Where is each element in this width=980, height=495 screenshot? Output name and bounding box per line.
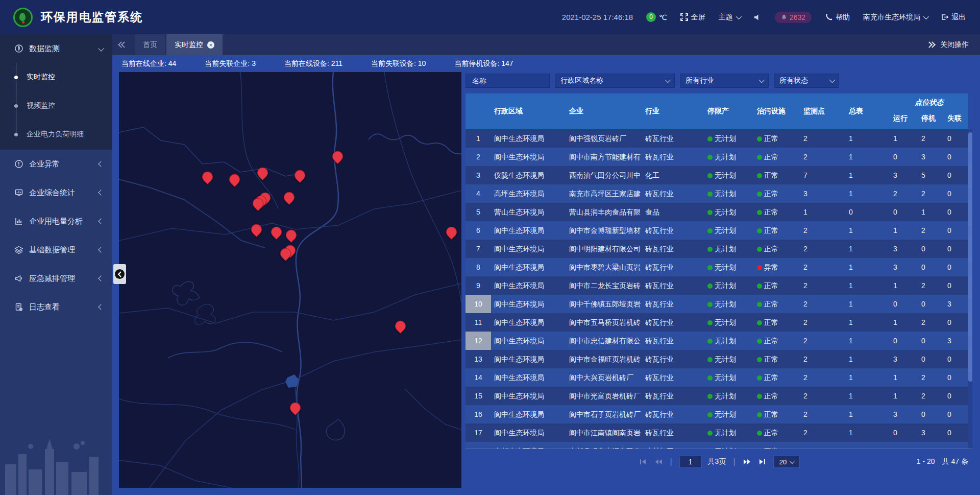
cell-meter-count: 1 bbox=[846, 350, 890, 368]
tab-bar: 首页 实时监控 × 关闭操作 bbox=[112, 34, 980, 55]
sound-button[interactable] bbox=[753, 13, 762, 21]
table-row[interactable]: 3 仪陇生态环境局 西南油气田分公司川中 化工 无计划 正常 7 1 3 5 0 bbox=[465, 166, 968, 184]
tabs-scroll-right-button[interactable] bbox=[927, 42, 933, 47]
status-dot-icon bbox=[707, 412, 713, 417]
table-row[interactable]: 18 南部生态环境局 南部县砚华水泥有限公 建材加工 无计划 正常 6 0 0 … bbox=[465, 442, 968, 449]
tab[interactable]: 实时监控 × bbox=[166, 34, 223, 55]
cell-company: 阆中市二龙长宝页岩砖 bbox=[566, 276, 642, 295]
name-search-field[interactable] bbox=[465, 74, 550, 88]
table-row[interactable]: 11 阆中生态环境局 阆中市五马桥页岩机砖 砖瓦行业 无计划 正常 2 1 1 … bbox=[465, 313, 968, 332]
prev-page-button[interactable] bbox=[653, 457, 663, 466]
map-pin-icon[interactable] bbox=[286, 230, 297, 241]
table-row[interactable]: 10 阆中生态环境局 阆中千佛镇五郎垭页岩 砖瓦行业 无计划 正常 2 1 0 … bbox=[465, 295, 968, 313]
cell-industry: 砖瓦行业 bbox=[642, 405, 704, 423]
fullscreen-label: 全屏 bbox=[691, 13, 705, 22]
cell-facility-status: 正常 bbox=[754, 442, 800, 449]
cell-index: 15 bbox=[465, 387, 491, 405]
table-row[interactable]: 1 阆中生态环境局 阆中强锐页岩砖厂 砖瓦行业 无计划 正常 2 1 1 2 0 bbox=[465, 129, 968, 148]
industry-select[interactable]: 所有行业 bbox=[680, 74, 769, 88]
alert-counter[interactable]: 2632 bbox=[775, 12, 812, 23]
table-row[interactable]: 2 阆中生态环境局 阆中市南方节能建材有 砖瓦行业 无计划 正常 2 1 0 3… bbox=[465, 148, 968, 166]
table-row[interactable]: 7 阆中生态环境局 阆中明阳建材有限公司 砖瓦行业 无计划 正常 2 1 3 0… bbox=[465, 240, 968, 258]
table-row[interactable]: 4 高坪生态环境局 南充市高坪区王家店建 砖瓦行业 无计划 正常 3 1 2 2… bbox=[465, 184, 968, 203]
sidebar-group-header[interactable]: 应急减排管理 bbox=[0, 264, 112, 293]
sidebar-group-header[interactable]: 企业综合统计 bbox=[0, 178, 112, 207]
theme-button[interactable]: 主题 bbox=[719, 13, 740, 22]
sidebar-group: 企业综合统计 bbox=[0, 178, 112, 207]
table-row[interactable]: 8 阆中生态环境局 阆中市枣碧大梁山页岩 砖瓦行业 无计划 异常 2 1 3 0… bbox=[465, 258, 968, 276]
cell-index: 12 bbox=[465, 332, 491, 350]
map-pin-icon[interactable] bbox=[253, 198, 264, 209]
status-dot-icon bbox=[707, 210, 713, 215]
region-select[interactable]: 行政区域名称 bbox=[555, 74, 675, 88]
chevron-icon bbox=[98, 247, 104, 252]
sidebar-sub-item[interactable]: 视频监控 bbox=[0, 91, 112, 120]
page-size-select[interactable]: 20 bbox=[773, 456, 800, 468]
table-row[interactable]: 15 阆中生态环境局 阆中市光富页岩机砖厂 砖瓦行业 无计划 正常 2 1 1 … bbox=[465, 387, 968, 405]
table-row[interactable]: 14 阆中生态环境局 阆中大兴页岩机砖厂 砖瓦行业 无计划 正常 2 1 1 2… bbox=[465, 368, 968, 387]
status-dot-icon bbox=[707, 339, 713, 344]
map-pin-icon[interactable] bbox=[295, 170, 306, 181]
map-canvas[interactable] bbox=[119, 72, 461, 488]
tab[interactable]: 首页 bbox=[135, 34, 165, 55]
stat-label: 当前在线设备: bbox=[284, 59, 329, 67]
help-button[interactable]: 帮助 bbox=[825, 13, 850, 22]
sidebar-sub-item[interactable]: 实时监控 bbox=[0, 63, 112, 91]
sidebar-group-header[interactable]: 企业用电量分析 bbox=[0, 207, 112, 235]
table-scrollbar[interactable] bbox=[968, 129, 972, 449]
table-row[interactable]: 16 阆中生态环境局 阆中市石子页岩机砖厂 砖瓦行业 无计划 正常 2 1 3 … bbox=[465, 405, 968, 423]
cell-index: 9 bbox=[465, 276, 491, 295]
close-operations-button[interactable]: 关闭操作 bbox=[940, 40, 969, 50]
table-row[interactable]: 12 阆中生态环境局 阆中市忠信建材有限公 砖瓦行业 无计划 正常 2 1 0 … bbox=[465, 332, 968, 350]
table-row[interactable]: 9 阆中生态环境局 阆中市二龙长宝页岩砖 砖瓦行业 无计划 正常 2 1 1 2… bbox=[465, 276, 968, 295]
map-pin-icon[interactable] bbox=[332, 151, 344, 162]
first-page-button[interactable] bbox=[638, 457, 647, 466]
last-page-button[interactable] bbox=[758, 457, 767, 466]
map-pin-icon[interactable] bbox=[271, 227, 282, 238]
table-row[interactable]: 6 阆中生态环境局 阆中市金博瑞新型墙材 砖瓦行业 无计划 正常 2 1 1 2… bbox=[465, 221, 968, 240]
cell-stop-status: 无计划 bbox=[704, 258, 754, 276]
cell-company: 阆中市南方节能建材有 bbox=[566, 148, 642, 166]
cell-company: 阆中市枣碧大梁山页岩 bbox=[566, 258, 642, 276]
map-pin-icon[interactable] bbox=[446, 227, 457, 238]
cell-facility-status: 正常 bbox=[754, 203, 800, 221]
sidebar-sub-item[interactable]: 企业电力负荷明细 bbox=[0, 120, 112, 149]
tabs-scroll-left-button[interactable] bbox=[112, 34, 135, 55]
stat-item: 当前在线企业: 44 bbox=[121, 59, 176, 68]
cell-meter-count: 1 bbox=[846, 405, 890, 423]
bullet-icon bbox=[14, 104, 18, 108]
cell-company: 阆中强锐页岩砖厂 bbox=[566, 129, 642, 148]
sidebar-group-header[interactable]: 数据监测 bbox=[0, 34, 112, 63]
last-page-icon bbox=[758, 458, 766, 465]
org-menu-button[interactable]: 南充市生态环境局 bbox=[863, 13, 927, 22]
cell-industry: 砖瓦行业 bbox=[642, 148, 704, 166]
map-pin-icon[interactable] bbox=[257, 168, 268, 179]
panel-collapse-handle[interactable] bbox=[113, 264, 126, 284]
cell-company: 阆中市五马桥页岩机砖 bbox=[566, 313, 642, 332]
tab-close-icon[interactable]: × bbox=[207, 41, 214, 49]
table-row[interactable]: 13 阆中生态环境局 阆中市金福旺页岩机砖 砖瓦行业 无计划 正常 2 1 3 … bbox=[465, 350, 968, 368]
fullscreen-button[interactable]: 全屏 bbox=[680, 13, 705, 22]
map-pin-icon[interactable] bbox=[290, 403, 301, 414]
table-row[interactable]: 17 阆中生态环境局 阆中市江南镇阆南页岩 砖瓦行业 无计划 正常 2 1 0 … bbox=[465, 423, 968, 442]
table-row[interactable]: 5 营山生态环境局 营山县润丰肉食品有限 食品 无计划 正常 1 0 0 1 0 bbox=[465, 203, 968, 221]
map-pin-icon[interactable] bbox=[202, 172, 213, 183]
sidebar-group-header[interactable]: 基础数据管理 bbox=[0, 235, 112, 264]
status-select[interactable]: 所有状态 bbox=[774, 74, 839, 88]
chevron-down-icon bbox=[736, 13, 742, 19]
map-pin-icon[interactable] bbox=[395, 321, 406, 332]
name-search-input[interactable] bbox=[471, 76, 544, 85]
cell-index: 6 bbox=[465, 221, 491, 240]
logout-button[interactable]: 退出 bbox=[941, 13, 966, 22]
cell-company: 阆中大兴页岩机砖厂 bbox=[566, 368, 642, 387]
map-pin-icon[interactable] bbox=[284, 192, 295, 203]
cell-industry: 砖瓦行业 bbox=[642, 295, 704, 313]
scrollbar-thumb[interactable] bbox=[968, 132, 972, 382]
next-page-button[interactable] bbox=[743, 457, 752, 466]
page-number-input[interactable] bbox=[679, 456, 702, 468]
sidebar-group-header[interactable]: 企业异常 bbox=[0, 150, 112, 178]
map-pin-icon[interactable] bbox=[251, 224, 262, 235]
sidebar-group-header[interactable]: 日志查看 bbox=[0, 293, 112, 321]
map-pin-icon[interactable] bbox=[229, 174, 240, 185]
map-pin-icon[interactable] bbox=[280, 248, 291, 260]
